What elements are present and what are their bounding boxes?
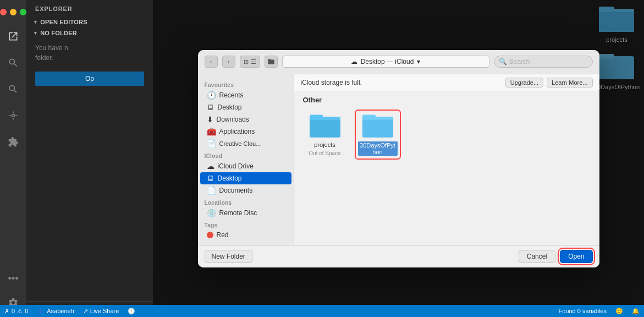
location-text: Desktop — iCloud: [361, 58, 414, 65]
view-toggle[interactable]: ⊞ ☰: [240, 56, 260, 68]
icloud-actions: Upgrade... Learn More...: [505, 78, 593, 88]
location-dropdown[interactable]: ☁ Desktop — iCloud ▾: [282, 56, 489, 68]
vscode-sidebar: EXPLORER ▼ OPEN EDITORS ▼ NO FOLDER You …: [26, 0, 153, 317]
finder-sidebar: Favourites 🕐 Recents 🖥 Desktop ⬇ Downloa…: [198, 74, 294, 245]
back-button[interactable]: ‹: [205, 56, 218, 68]
svg-rect-11: [310, 117, 340, 120]
status-bar: ✗ 0 ⚠ 0 👤 Asabeneh ↗ Live Share 🕐 Found …: [0, 305, 644, 317]
bell-icon: 🔔: [632, 308, 640, 315]
finder-body: Favourites 🕐 Recents 🖥 Desktop ⬇ Downloa…: [198, 74, 599, 245]
svg-point-0: [12, 114, 15, 117]
cancel-button[interactable]: Cancel: [519, 250, 555, 263]
svg-rect-10: [310, 119, 340, 137]
search-magnifier-icon: 🔍: [499, 58, 507, 65]
warning-icon: ⚠: [17, 308, 23, 315]
traffic-lights: [0, 4, 26, 18]
maximize-button[interactable]: [20, 9, 26, 15]
smiley-item[interactable]: 🙂: [615, 308, 623, 315]
finder-main: iCloud storage is full. Upgrade... Learn…: [294, 74, 599, 245]
dropdown-arrow-icon: ▾: [417, 58, 420, 65]
new-folder-button[interactable]: New Folder: [205, 250, 252, 263]
sidebar-item-downloads[interactable]: ⬇ Downloads: [200, 113, 291, 125]
new-folder-toolbar-button[interactable]: [265, 56, 278, 68]
icloud-drive-icon: ☁: [207, 162, 214, 171]
dialog-buttons: Cancel Open: [519, 250, 593, 263]
folder-item-30days[interactable]: 30DaysOfPython: [356, 111, 400, 158]
live-share-item[interactable]: ↗ Live Share: [83, 308, 119, 315]
explorer-icon[interactable]: [5, 29, 21, 44]
clock-item[interactable]: 🕐: [128, 308, 135, 315]
finder-toolbar: ‹ › ⊞ ☰ ☁ Desktop — iCloud ▾ 🔍: [198, 50, 599, 74]
svg-rect-14: [362, 119, 393, 137]
main-area: projects 30DaysOfPython ‹ › ⊞ ☰: [153, 0, 644, 317]
sidebar-item-creative-cloud[interactable]: 📄 Creative Clou...: [200, 138, 291, 150]
error-icon: ✗: [4, 308, 9, 315]
downloads-icon: ⬇: [207, 115, 213, 124]
more-icon[interactable]: •••: [5, 271, 21, 286]
smiley-icon: 🙂: [615, 308, 623, 315]
minimize-button[interactable]: [10, 9, 16, 15]
search-placeholder: Search: [509, 58, 530, 65]
sidebar-item-applications[interactable]: 🧰 Applications: [200, 125, 291, 138]
sidebar-item-desktop-fav[interactable]: 🖥 Desktop: [200, 101, 291, 113]
search-box[interactable]: 🔍 Search: [494, 56, 593, 68]
desktop-icloud-icon: 🖥: [207, 174, 214, 183]
icloud-banner: iCloud storage is full. Upgrade... Learn…: [294, 74, 599, 91]
locations-title: Locations: [198, 196, 294, 207]
user-icon: 👤: [37, 308, 45, 315]
folder-subtitle-projects: Out of Space: [309, 150, 340, 156]
icloud-title: iCloud: [198, 150, 294, 160]
creative-cloud-icon: 📄: [207, 139, 216, 148]
activity-bar: •••: [0, 0, 26, 317]
content-section-label: Other: [294, 91, 599, 106]
list-view-icon: ☰: [251, 58, 256, 65]
variables-item: Found 0 variables: [559, 308, 607, 314]
folder-name-projects: projects: [314, 141, 335, 148]
grid-view-icon: ⊞: [244, 58, 249, 65]
open-folder-button[interactable]: Op: [35, 72, 144, 86]
debug-icon[interactable]: [5, 108, 21, 123]
user-item[interactable]: 👤 Asabeneh: [37, 308, 74, 315]
upgrade-button[interactable]: Upgrade...: [505, 78, 543, 88]
source-control-icon[interactable]: [5, 81, 21, 97]
variables-text: Found 0 variables: [559, 308, 607, 314]
no-folder-message: You have n folder.: [26, 39, 153, 67]
desktop-fav-icon: 🖥: [207, 103, 214, 112]
learn-more-button[interactable]: Learn More...: [547, 78, 592, 88]
share-icon: ↗: [83, 308, 88, 315]
cloud-icon: ☁: [351, 58, 357, 65]
icloud-message: iCloud storage is full.: [301, 79, 362, 86]
sidebar-item-documents[interactable]: 📄 Documents: [200, 184, 291, 196]
errors-item[interactable]: ✗ 0 ⚠ 0: [4, 308, 28, 315]
finder-dialog: ‹ › ⊞ ☰ ☁ Desktop — iCloud ▾ 🔍: [198, 50, 599, 267]
sidebar-item-recents[interactable]: 🕐 Recents: [200, 89, 291, 101]
red-tag-icon: [207, 232, 213, 238]
close-button[interactable]: [0, 9, 7, 15]
recents-icon: 🕐: [207, 91, 216, 100]
open-button[interactable]: Open: [560, 250, 592, 263]
no-folder-header[interactable]: ▼ NO FOLDER: [26, 28, 153, 39]
sidebar-item-remote-disc[interactable]: 💿 Remote Disc: [200, 207, 291, 219]
folder-icon-30days: [362, 113, 393, 139]
sidebar-item-desktop-icloud[interactable]: 🖥 Desktop: [200, 172, 291, 184]
folder-item-projects[interactable]: projects Out of Space: [303, 111, 347, 158]
search-icon[interactable]: [5, 55, 21, 70]
sidebar-item-tag-red[interactable]: Red: [200, 229, 291, 241]
dialog-overlay: ‹ › ⊞ ☰ ☁ Desktop — iCloud ▾ 🔍: [153, 0, 644, 317]
remote-disc-icon: 💿: [207, 209, 216, 217]
favourites-title: Favourites: [198, 79, 294, 89]
notifications-item[interactable]: 🔔: [632, 308, 640, 315]
sidebar-title: EXPLORER: [26, 0, 153, 17]
chevron-down-icon: ▼: [33, 19, 38, 25]
status-right: Found 0 variables 🙂 🔔: [559, 308, 640, 315]
chevron-right-icon: ▼: [33, 30, 38, 36]
forward-button[interactable]: ›: [222, 56, 235, 68]
folder-name-30days: 30DaysOfPython: [358, 141, 398, 156]
sidebar-item-icloud-drive[interactable]: ☁ iCloud Drive: [200, 160, 291, 172]
open-editors-header[interactable]: ▼ OPEN EDITORS: [26, 17, 153, 28]
warnings-count: 0: [25, 308, 28, 314]
extensions-icon[interactable]: [5, 134, 21, 150]
finder-content-area: projects Out of Space: [294, 106, 599, 245]
folder-icon-projects: [310, 113, 340, 139]
clock-icon: 🕐: [128, 308, 135, 315]
